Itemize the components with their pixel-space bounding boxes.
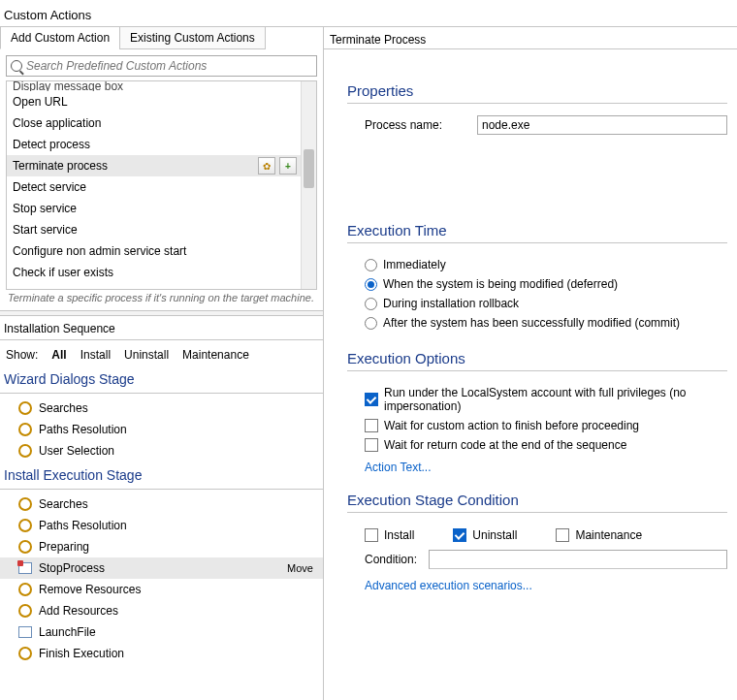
- uninstall-checkbox[interactable]: Uninstall: [453, 528, 517, 542]
- action-item[interactable]: Open URL: [7, 91, 301, 112]
- tree-label: User Selection: [39, 444, 317, 458]
- action-list-container: Display message box Open URL Close appli…: [6, 80, 317, 290]
- action-list[interactable]: Display message box Open URL Close appli…: [7, 81, 301, 289]
- plus-icon: +: [285, 161, 291, 172]
- checkbox-icon[interactable]: [365, 393, 378, 406]
- gear-icon: [17, 443, 33, 459]
- tree-label: Paths Resolution: [39, 519, 317, 532]
- action-item[interactable]: Close application: [7, 112, 301, 134]
- window-icon: [17, 624, 33, 640]
- action-item[interactable]: Check if user exists: [7, 262, 301, 283]
- right-title: Terminate Process: [324, 27, 737, 48]
- show-maintenance[interactable]: Maintenance: [182, 348, 249, 362]
- tree-label: StopProcess: [39, 561, 281, 575]
- option-label: After the system has been successfully m…: [383, 316, 680, 330]
- tree-item[interactable]: Finish Execution: [0, 643, 323, 664]
- action-item[interactable]: Configure non admin service start: [7, 240, 301, 262]
- tree-item[interactable]: Searches: [0, 398, 323, 419]
- show-label: Show:: [6, 348, 38, 362]
- tree-item[interactable]: Searches: [0, 493, 323, 515]
- action-item[interactable]: Detect service: [7, 176, 301, 198]
- properties-heading: Properties: [347, 82, 727, 103]
- exec-option[interactable]: Wait for custom action to finish before …: [347, 416, 727, 435]
- sequence-title: Installation Sequence: [0, 316, 323, 339]
- radio-icon[interactable]: [365, 298, 377, 310]
- action-hint: Terminate a specific process if it's run…: [0, 290, 323, 310]
- tree-item[interactable]: Remove Resources: [0, 579, 323, 600]
- tree-item[interactable]: Preparing: [0, 536, 323, 557]
- exec-option[interactable]: Run under the LocalSystem account with f…: [347, 383, 727, 416]
- checkbox-icon[interactable]: [556, 528, 569, 542]
- checkbox-label: Maintenance: [575, 528, 642, 542]
- exec-option[interactable]: Wait for return code at the end of the s…: [347, 435, 727, 455]
- condition-row: Condition:: [347, 548, 727, 573]
- process-name-row: Process name:: [347, 115, 727, 135]
- tree-label: LaunchFile: [39, 625, 317, 639]
- action-tabs: Add Custom Action Existing Custom Action…: [0, 27, 323, 49]
- gear-icon: ✿: [263, 161, 271, 172]
- exec-time-option[interactable]: During installation rollback: [347, 294, 727, 313]
- tree-item[interactable]: Paths Resolution: [0, 419, 323, 440]
- gear-icon: [17, 646, 33, 661]
- tree-item-selected[interactable]: StopProcess Move: [0, 557, 323, 579]
- wizard-stage-heading: Wizard Dialogs Stage: [0, 366, 323, 394]
- option-label: When the system is being modified (defer…: [383, 277, 618, 291]
- scrollbar[interactable]: [301, 81, 316, 289]
- condition-label: Condition:: [365, 553, 417, 566]
- install-checkbox[interactable]: Install: [365, 528, 414, 542]
- tab-existing-custom-actions[interactable]: Existing Custom Actions: [119, 27, 266, 49]
- gear-icon: [17, 582, 33, 597]
- checkbox-label: Install: [384, 528, 414, 542]
- tab-add-custom-action[interactable]: Add Custom Action: [0, 27, 120, 49]
- scrollbar-thumb[interactable]: [304, 149, 314, 188]
- advanced-scenarios-link[interactable]: Advanced execution scenarios...: [347, 573, 532, 592]
- main-split: Add Custom Action Existing Custom Action…: [0, 26, 737, 700]
- gear-icon: [17, 539, 33, 555]
- tree-action-move[interactable]: Move: [287, 562, 317, 574]
- option-label: Run under the LocalSystem account with f…: [384, 386, 727, 413]
- show-install[interactable]: Install: [80, 348, 111, 362]
- show-all[interactable]: All: [51, 348, 66, 362]
- tree-label: Searches: [39, 401, 317, 415]
- stage-condition-heading: Execution Stage Condition: [347, 492, 727, 512]
- show-filter-row: Show: All Install Uninstall Maintenance: [0, 344, 323, 366]
- checkbox-icon[interactable]: [365, 438, 378, 452]
- tree-item[interactable]: LaunchFile: [0, 621, 323, 643]
- condition-input[interactable]: [429, 550, 727, 569]
- radio-icon[interactable]: [365, 317, 377, 330]
- option-label: During installation rollback: [383, 297, 519, 310]
- action-item[interactable]: Stop service: [7, 198, 301, 219]
- show-uninstall[interactable]: Uninstall: [124, 348, 169, 362]
- action-item[interactable]: Start service: [7, 219, 301, 240]
- tree-label: Finish Execution: [39, 647, 317, 660]
- action-text-link[interactable]: Action Text...: [347, 455, 431, 474]
- tree-item[interactable]: Paths Resolution: [0, 515, 323, 536]
- process-name-input[interactable]: [477, 115, 727, 135]
- action-buttons: ✿ +: [258, 157, 297, 175]
- radio-icon[interactable]: [365, 278, 377, 291]
- separator: [0, 339, 323, 340]
- add-without-sequence-button[interactable]: +: [279, 157, 297, 175]
- tree-label: Remove Resources: [39, 583, 317, 596]
- exec-time-option[interactable]: Immediately: [347, 255, 727, 274]
- checkbox-icon[interactable]: [453, 528, 466, 542]
- action-item-selected[interactable]: Terminate process ✿ +: [7, 155, 301, 176]
- exec-time-option[interactable]: When the system is being modified (defer…: [347, 274, 727, 294]
- search-input[interactable]: [26, 59, 312, 73]
- option-label: Wait for custom action to finish before …: [384, 419, 639, 432]
- exec-time-option[interactable]: After the system has been successfully m…: [347, 313, 727, 333]
- tree-item[interactable]: Add Resources: [0, 600, 323, 621]
- checkbox-icon[interactable]: [365, 528, 378, 542]
- action-item[interactable]: Display message box: [7, 81, 301, 91]
- search-wrap: [0, 49, 323, 80]
- maintenance-checkbox[interactable]: Maintenance: [556, 528, 642, 542]
- add-with-sequence-button[interactable]: ✿: [258, 157, 275, 175]
- radio-icon[interactable]: [365, 259, 377, 271]
- action-item[interactable]: Detect process: [7, 134, 301, 155]
- gear-icon: [17, 518, 33, 533]
- tree-item[interactable]: User Selection: [0, 440, 323, 461]
- checkbox-icon[interactable]: [365, 419, 378, 432]
- search-box[interactable]: [6, 55, 317, 77]
- left-panel: Add Custom Action Existing Custom Action…: [0, 27, 324, 700]
- execution-options-heading: Execution Options: [347, 350, 727, 370]
